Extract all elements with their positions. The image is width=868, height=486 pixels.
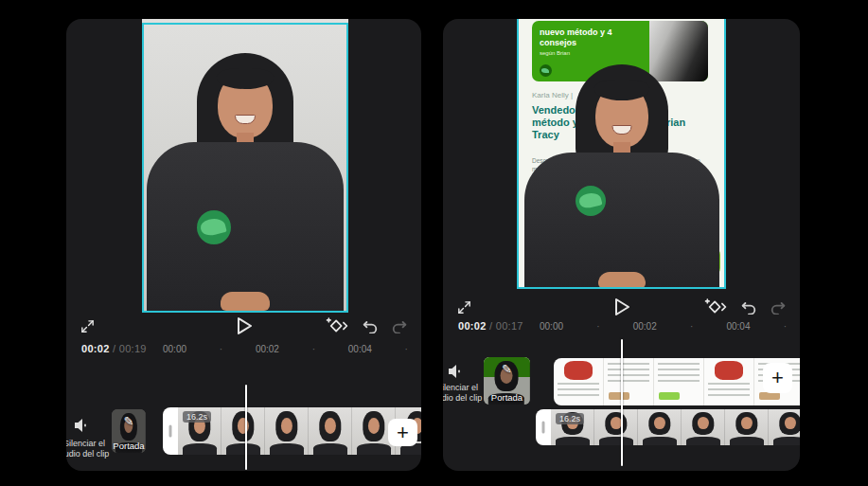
ruler-ticks: 00:00·00:02·00:04· xyxy=(163,344,408,354)
speaker-icon xyxy=(446,362,465,381)
person-shirt xyxy=(147,142,344,313)
keyframe-diamond-icon xyxy=(703,297,728,316)
capcut-editor-panel-right: nuevo método y 4 consejos según Brian Ka… xyxy=(443,19,800,471)
clip-trim-handle[interactable] xyxy=(163,407,178,455)
person-bangs xyxy=(594,80,649,100)
ruler-tick-dot: · xyxy=(405,344,408,354)
redo-icon xyxy=(391,319,408,333)
fullscreen-icon xyxy=(80,318,96,334)
video-frame xyxy=(265,407,309,455)
cover-label: Portada xyxy=(484,392,530,403)
video-frame xyxy=(594,409,638,445)
person-hands xyxy=(598,272,646,289)
video-frame xyxy=(221,407,265,455)
cover-label: Portada xyxy=(112,441,146,451)
person-hands xyxy=(221,292,270,311)
video-preview[interactable] xyxy=(142,19,348,313)
clip-duration-badge: 16.2s xyxy=(183,411,211,423)
playhead xyxy=(621,339,623,466)
playback-controls xyxy=(66,314,421,338)
video-preview[interactable]: nuevo método y 4 consejos según Brian Ka… xyxy=(517,19,726,289)
add-keyframe-button[interactable] xyxy=(325,316,349,335)
add-keyframe-button[interactable] xyxy=(703,297,728,316)
ruler-tick-dot: · xyxy=(690,321,693,332)
edit-cover-pencil-icon: ✎ xyxy=(502,362,512,376)
undo-icon xyxy=(362,319,379,333)
speaker-icon xyxy=(72,416,91,435)
capcut-editor-panel-left: 00:02 / 00:19 00:00·00:02·00:04· Silenci… xyxy=(66,19,421,471)
fullscreen-button[interactable] xyxy=(80,318,96,334)
play-icon xyxy=(612,297,631,317)
timecode-display: 00:02 / 00:17 xyxy=(458,320,523,332)
cover-thumbnail-button[interactable]: ✎ Portada xyxy=(112,409,146,453)
add-clip-button[interactable]: + xyxy=(388,419,417,446)
clip-filmstrip xyxy=(178,407,421,455)
video-frame xyxy=(769,409,800,445)
ruler-tick-label: 00:04 xyxy=(348,344,372,354)
webpage-frame xyxy=(654,358,704,405)
timecode-display: 00:02 / 00:19 xyxy=(81,343,147,354)
mute-clip-audio-label: Silenciar elaudio del clip xyxy=(66,439,115,459)
video-clip-track[interactable]: 16.2s xyxy=(163,407,421,455)
webpage-frame xyxy=(604,358,654,405)
ruler-ticks: 00:00·00:02·00:04· xyxy=(540,321,787,332)
ruler-tick-dot: · xyxy=(312,344,315,354)
ruler-tick-dot: · xyxy=(784,321,787,332)
ruler-tick-label: 00:02 xyxy=(633,321,657,332)
playhead xyxy=(245,385,247,470)
video-frame xyxy=(309,407,352,455)
clip-filmstrip xyxy=(551,409,800,445)
person-shirt xyxy=(524,153,719,289)
mute-clip-audio-button[interactable] xyxy=(446,362,465,384)
ruler-tick-dot: · xyxy=(596,321,599,332)
clip-duration-badge: 16.2s xyxy=(556,413,584,424)
redo-button[interactable] xyxy=(770,300,787,315)
undo-button[interactable] xyxy=(362,319,379,333)
mute-clip-audio-button[interactable] xyxy=(72,416,91,438)
timeline-ruler[interactable]: 00:02 / 00:17 00:00·00:02·00:04· xyxy=(443,320,800,335)
redo-button[interactable] xyxy=(391,319,408,333)
person-overlay xyxy=(517,19,726,289)
video-frame xyxy=(638,409,682,445)
ruler-tick-label: 00:02 xyxy=(256,344,279,354)
webpage-frame xyxy=(704,358,754,405)
shirt-bird-logo xyxy=(576,186,606,216)
mute-clip-audio-label: Silenciar elaudio del clip xyxy=(443,383,487,404)
webpage-frame xyxy=(554,358,604,405)
fullscreen-icon xyxy=(456,299,472,315)
video-frame xyxy=(725,409,769,445)
shirt-bird-logo xyxy=(197,210,231,244)
video-frame xyxy=(682,409,725,445)
person-bangs xyxy=(217,68,274,89)
fullscreen-button[interactable] xyxy=(456,299,472,315)
ruler-tick-dot: · xyxy=(220,344,222,354)
play-icon xyxy=(235,315,254,336)
add-clip-button[interactable]: + xyxy=(763,363,792,393)
redo-icon xyxy=(770,300,787,315)
ruler-tick-label: 00:04 xyxy=(726,321,750,332)
cover-thumbnail-button[interactable]: ✎ Portada xyxy=(484,357,530,405)
ruler-tick-label: 00:00 xyxy=(163,344,186,354)
undo-button[interactable] xyxy=(740,300,757,315)
play-button[interactable] xyxy=(235,315,254,336)
timeline-ruler[interactable]: 00:02 / 00:19 00:00·00:02·00:04· xyxy=(66,343,421,358)
overlay-video-track[interactable]: 16.2s xyxy=(536,409,800,445)
play-button[interactable] xyxy=(612,297,631,317)
edit-cover-pencil-icon: ✎ xyxy=(124,414,134,428)
undo-icon xyxy=(740,300,757,315)
ruler-tick-label: 00:00 xyxy=(540,321,563,332)
playback-controls xyxy=(443,295,800,319)
keyframe-diamond-icon xyxy=(325,316,349,335)
clip-trim-handle[interactable] xyxy=(536,409,551,445)
